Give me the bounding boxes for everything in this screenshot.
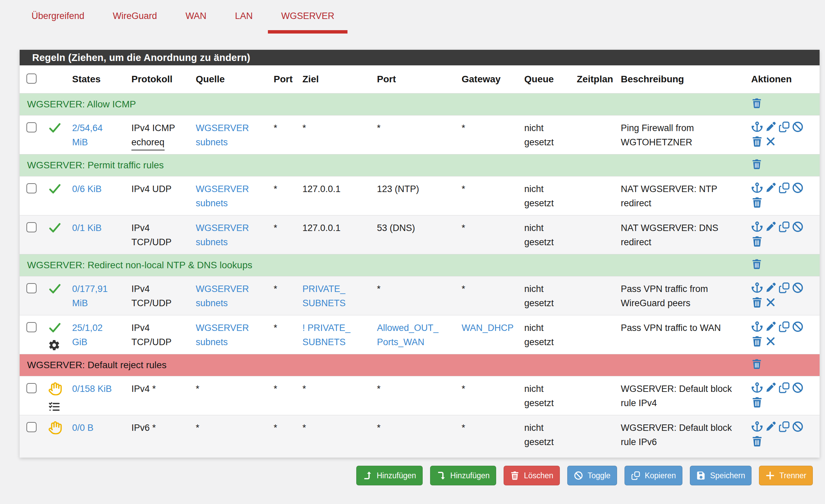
hand-icon[interactable] xyxy=(48,382,62,396)
cell-link[interactable]: 0/0 B xyxy=(72,421,126,435)
cell-link[interactable]: 0/6 KiB xyxy=(72,182,126,196)
copy-icon[interactable] xyxy=(778,382,790,394)
cell-link[interactable]: SUBNETS xyxy=(302,296,372,310)
x-icon[interactable] xyxy=(765,135,777,147)
row-checkbox[interactable] xyxy=(26,322,37,332)
trash-icon[interactable] xyxy=(751,235,763,247)
anchor-icon[interactable] xyxy=(751,182,763,194)
toggle-button[interactable]: Toggle xyxy=(567,466,617,485)
cell-link[interactable]: Allowed_OUT_ xyxy=(377,321,456,335)
anchor-icon[interactable] xyxy=(751,321,763,333)
cell-link[interactable]: GiB xyxy=(72,335,126,349)
ban-icon[interactable] xyxy=(792,121,804,133)
x-icon[interactable] xyxy=(765,335,777,347)
ban-icon[interactable] xyxy=(792,221,804,233)
copy-icon[interactable] xyxy=(778,121,790,133)
trash-icon[interactable] xyxy=(751,335,763,347)
copy-icon[interactable] xyxy=(778,282,790,294)
pencil-icon[interactable] xyxy=(765,421,777,433)
speichern-button[interactable]: Speichern xyxy=(690,466,752,485)
trenner-button[interactable]: Trenner xyxy=(759,466,813,485)
copy-icon[interactable] xyxy=(778,321,790,333)
anchor-icon[interactable] xyxy=(751,221,763,233)
cell-link[interactable]: 0/177,91 xyxy=(72,282,126,296)
pencil-icon[interactable] xyxy=(765,382,777,394)
trash-icon[interactable] xyxy=(751,159,762,170)
ban-icon[interactable] xyxy=(792,421,804,433)
row-checkbox[interactable] xyxy=(26,222,37,232)
cell-link[interactable]: WGSERVER xyxy=(196,121,268,135)
check-icon[interactable] xyxy=(48,182,62,195)
cell-link[interactable]: 0/1 KiB xyxy=(72,221,126,235)
cell-link[interactable]: ! PRIVATE_ xyxy=(302,321,372,335)
copy-icon[interactable] xyxy=(778,421,790,433)
pencil-icon[interactable] xyxy=(765,121,777,133)
row-checkbox[interactable] xyxy=(26,422,37,432)
rule-actions-cell xyxy=(748,215,820,254)
trash-icon[interactable] xyxy=(751,258,762,270)
ban-icon[interactable] xyxy=(792,182,804,194)
x-icon[interactable] xyxy=(765,296,777,308)
copy-icon[interactable] xyxy=(778,182,790,194)
cell-link[interactable]: WAN_DHCP xyxy=(462,321,519,335)
hand-icon[interactable] xyxy=(48,421,62,435)
cell-link[interactable]: WGSERVER xyxy=(196,221,268,235)
anchor-icon[interactable] xyxy=(751,421,763,433)
hinzuf-gen-button[interactable]: Hinzufügen xyxy=(356,466,422,485)
tab-übergreifend[interactable]: Übergreifend xyxy=(31,0,84,34)
row-checkbox[interactable] xyxy=(26,183,37,193)
row-checkbox[interactable] xyxy=(26,122,37,132)
cell-link[interactable]: WGSERVER xyxy=(196,182,268,196)
level-down-icon xyxy=(437,471,446,480)
cell-link[interactable]: Ports_WAN xyxy=(377,335,456,349)
cell-link[interactable]: subnets xyxy=(196,296,268,310)
l-schen-button[interactable]: Löschen xyxy=(504,466,560,485)
check-icon[interactable] xyxy=(48,121,62,134)
anchor-icon[interactable] xyxy=(751,282,763,294)
tab-wireguard[interactable]: WireGuard xyxy=(113,0,157,34)
cell-link[interactable]: SUBNETS xyxy=(302,335,372,349)
tab-wgserver[interactable]: WGSERVER xyxy=(281,0,334,34)
check-icon[interactable] xyxy=(48,282,62,295)
anchor-icon[interactable] xyxy=(751,382,763,394)
ban-icon[interactable] xyxy=(792,321,804,333)
trash-icon[interactable] xyxy=(751,358,762,370)
states-cell: 0/158 KiB xyxy=(69,376,129,415)
row-checkbox[interactable] xyxy=(26,383,37,393)
cell-link[interactable]: 0/158 KiB xyxy=(72,382,126,396)
cell-link[interactable]: WGSERVER xyxy=(196,282,268,296)
pencil-icon[interactable] xyxy=(765,182,777,194)
cell-link[interactable]: subnets xyxy=(196,235,268,249)
trash-icon[interactable] xyxy=(751,196,763,208)
tab-wan[interactable]: WAN xyxy=(186,0,207,34)
trash-icon[interactable] xyxy=(751,135,763,147)
cell-link[interactable]: subnets xyxy=(196,196,268,210)
queue-cell: nichtgesetzt xyxy=(522,276,574,315)
cell-link[interactable]: WGSERVER xyxy=(196,321,268,335)
pencil-icon[interactable] xyxy=(765,321,777,333)
ban-icon[interactable] xyxy=(792,282,804,294)
cell-link[interactable]: MiB xyxy=(72,135,126,149)
hinzuf-gen-button[interactable]: Hinzufügen xyxy=(430,466,496,485)
trash-icon[interactable] xyxy=(751,98,762,109)
check-icon[interactable] xyxy=(48,321,62,334)
kopieren-button[interactable]: Kopieren xyxy=(625,466,682,485)
check-icon[interactable] xyxy=(48,221,62,234)
cell-link[interactable]: 2/54,64 xyxy=(72,121,126,135)
row-checkbox[interactable] xyxy=(26,283,37,293)
cell-link[interactable]: subnets xyxy=(196,335,268,349)
trash-icon[interactable] xyxy=(751,396,763,408)
ban-icon[interactable] xyxy=(792,382,804,394)
cell-link[interactable]: PRIVATE_ xyxy=(302,282,372,296)
trash-icon[interactable] xyxy=(751,296,763,308)
trash-icon[interactable] xyxy=(751,435,763,447)
pencil-icon[interactable] xyxy=(765,221,777,233)
pencil-icon[interactable] xyxy=(765,282,777,294)
select-all-checkbox[interactable] xyxy=(26,74,37,84)
anchor-icon[interactable] xyxy=(751,121,763,133)
cell-link[interactable]: MiB xyxy=(72,296,126,310)
cell-link[interactable]: subnets xyxy=(196,135,268,149)
copy-icon[interactable] xyxy=(778,221,790,233)
tab-lan[interactable]: LAN xyxy=(235,0,253,34)
cell-link[interactable]: 25/1,02 xyxy=(72,321,126,335)
